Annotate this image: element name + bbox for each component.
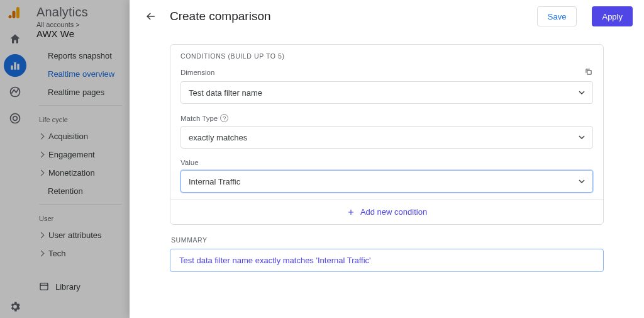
library-label: Library bbox=[55, 282, 80, 292]
help-icon[interactable]: ? bbox=[220, 114, 228, 122]
svg-rect-5 bbox=[17, 64, 19, 70]
chevron-down-icon bbox=[579, 134, 585, 140]
chevron-down-icon bbox=[579, 89, 585, 96]
plus-icon bbox=[347, 208, 355, 217]
svg-point-7 bbox=[11, 114, 20, 123]
save-button[interactable]: Save bbox=[537, 6, 577, 26]
nav-realtime-pages[interactable]: Realtime pages bbox=[30, 83, 131, 101]
matchtype-label: Match Type bbox=[180, 115, 218, 122]
chevron-down-icon bbox=[579, 178, 585, 185]
svg-point-2 bbox=[9, 15, 12, 18]
property-name[interactable]: AWX We bbox=[36, 28, 125, 39]
dimension-label: Dimension bbox=[180, 69, 214, 76]
summary-label: SUMMARY bbox=[171, 236, 602, 244]
value-label: Value bbox=[180, 159, 199, 166]
nav-user-attributes[interactable]: User attributes bbox=[30, 226, 131, 244]
nav-section-lifecycle: Life cycle bbox=[30, 110, 131, 127]
product-name: Analytics bbox=[36, 5, 125, 20]
svg-rect-9 bbox=[40, 283, 48, 290]
value-select[interactable]: Internal Traffic bbox=[180, 170, 593, 193]
advertising-icon[interactable] bbox=[4, 107, 26, 130]
nav-engagement[interactable]: Engagement bbox=[30, 145, 131, 164]
divider bbox=[39, 204, 122, 205]
home-icon[interactable] bbox=[4, 28, 26, 50]
svg-point-8 bbox=[13, 116, 18, 121]
library-icon bbox=[39, 281, 49, 292]
apply-button[interactable]: Apply bbox=[592, 6, 633, 26]
nav-retention[interactable]: Retention bbox=[30, 182, 131, 200]
add-condition-label: Add new condition bbox=[360, 207, 427, 217]
nav-acquisition[interactable]: Acquisition bbox=[30, 127, 131, 145]
svg-rect-3 bbox=[11, 65, 13, 70]
divider bbox=[39, 105, 122, 106]
dimension-select[interactable]: Test data filter name bbox=[180, 81, 593, 104]
svg-rect-1 bbox=[13, 11, 16, 18]
reports-icon[interactable] bbox=[4, 54, 26, 77]
svg-rect-4 bbox=[14, 62, 16, 70]
nav-sidebar: Analytics All accounts > AWX We Reports … bbox=[30, 0, 131, 318]
settings-icon[interactable] bbox=[4, 295, 26, 318]
nav-tech[interactable]: Tech bbox=[30, 244, 131, 263]
nav-monetization[interactable]: Monetization bbox=[30, 164, 131, 182]
summary-text: Test data filter name exactly matches 'I… bbox=[170, 249, 604, 272]
dimension-value: Test data filter name bbox=[189, 88, 262, 98]
value-value: Internal Traffic bbox=[189, 177, 240, 186]
arrow-left-icon bbox=[145, 10, 157, 23]
nav-reports-snapshot[interactable]: Reports snapshot bbox=[30, 47, 131, 65]
delete-condition-button[interactable] bbox=[584, 67, 593, 77]
conditions-header: CONDITIONS (BUILD UP TO 5) bbox=[170, 45, 603, 64]
matchtype-value: exactly matches bbox=[189, 133, 247, 142]
copy-icon bbox=[584, 67, 593, 76]
svg-rect-10 bbox=[587, 71, 591, 74]
explore-icon[interactable] bbox=[4, 81, 26, 103]
conditions-card: CONDITIONS (BUILD UP TO 5) Dimension Tes… bbox=[170, 44, 604, 225]
panel-title: Create comparison bbox=[170, 9, 528, 23]
analytics-logo-icon bbox=[8, 5, 23, 20]
breadcrumb[interactable]: All accounts > bbox=[36, 21, 125, 28]
nav-realtime-overview[interactable]: Realtime overview bbox=[30, 65, 131, 83]
back-button[interactable] bbox=[141, 6, 161, 26]
add-condition-button[interactable]: Add new condition bbox=[170, 199, 603, 224]
svg-rect-0 bbox=[16, 7, 19, 18]
matchtype-select[interactable]: exactly matches bbox=[180, 126, 593, 149]
comparison-panel: Create comparison Save Apply CONDITIONS … bbox=[130, 0, 644, 318]
nav-section-user: User bbox=[30, 208, 131, 226]
icon-rail bbox=[0, 0, 30, 318]
nav-library[interactable]: Library bbox=[30, 275, 131, 298]
